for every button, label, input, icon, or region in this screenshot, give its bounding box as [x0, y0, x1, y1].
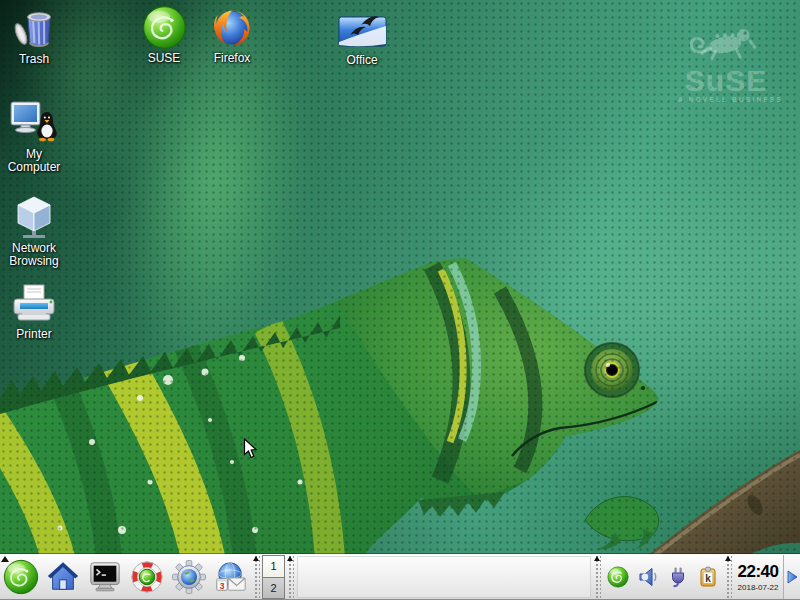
printer-icon [10, 282, 58, 326]
desktop-icon-label: Printer [16, 328, 51, 341]
svg-text:k: k [705, 573, 711, 584]
desktop-icon-suse[interactable]: SUSE [138, 5, 190, 65]
suse-watermark: SuSE A NOVELL BUSINESS [678, 16, 774, 103]
tray-kpowersave[interactable] [665, 564, 691, 590]
desktop-icon-my-computer[interactable]: My Computer [4, 98, 64, 175]
pager-desktop-1[interactable]: 1 [262, 555, 285, 577]
power-plug-icon [667, 566, 689, 588]
taskbar-handle[interactable] [287, 556, 294, 598]
kicker-panel: 3 1 2 [0, 554, 800, 600]
mail-globe-calendar-icon: 3 [214, 560, 248, 594]
speaker-icon [637, 566, 659, 588]
clipboard-icon: k [697, 566, 719, 588]
tray-klipper[interactable]: k [695, 564, 721, 590]
clock-date: 2018-07-22 [738, 583, 779, 592]
my-computer-tux-icon [9, 98, 59, 146]
taskbar-empty-area [297, 556, 591, 598]
konsole-launcher[interactable] [84, 555, 126, 599]
tray-kmix-volume[interactable] [635, 564, 661, 590]
gear-globe-icon [172, 560, 206, 594]
tray-suse-watcher[interactable] [605, 564, 631, 590]
systray-handle[interactable] [594, 556, 601, 598]
desktop-icon-printer[interactable]: Printer [6, 282, 62, 341]
lifesaver-geeko-icon [130, 560, 164, 594]
system-tray: k [602, 555, 724, 599]
desktop-icon-label: Network Browsing [0, 242, 68, 269]
desktop-icon-label: Firefox [214, 52, 251, 65]
svg-text:3: 3 [220, 581, 225, 591]
firefox-icon [210, 5, 254, 50]
clock-handle[interactable] [725, 556, 732, 598]
kontact-launcher[interactable]: 3 [210, 555, 252, 599]
desktop-icon-trash[interactable]: Trash [8, 5, 60, 66]
trash-icon [12, 5, 56, 51]
openoffice-icon [334, 8, 390, 52]
clock-applet[interactable]: 22:40 2018-07-22 [733, 555, 783, 599]
suse-gecko-logo-icon [681, 16, 771, 64]
desktop-pager: 1 2 [262, 555, 285, 599]
watermark-tagline: A NOVELL BUSINESS [678, 96, 774, 103]
hide-arrow-icon [787, 570, 798, 584]
desktop-icon-network-browsing[interactable]: Network Browsing [0, 192, 68, 269]
panel-hide-button[interactable] [783, 555, 800, 599]
watermark-brand: SuSE [678, 68, 774, 94]
pager-desktop-2[interactable]: 2 [262, 577, 285, 600]
konqueror-launcher[interactable] [168, 555, 210, 599]
desktop-icon-label: Office [346, 54, 377, 67]
desktop-icon-label: SUSE [148, 52, 181, 65]
suse-geeko-orb-icon [3, 559, 39, 595]
suse-geeko-icon [142, 5, 187, 50]
suse-geeko-orb-icon [607, 566, 629, 588]
terminal-icon [88, 560, 122, 594]
network-cube-icon [10, 192, 58, 240]
home-launcher[interactable] [42, 555, 84, 599]
desktop-icon-office[interactable]: Office [330, 8, 394, 67]
suse-help-launcher[interactable] [126, 555, 168, 599]
panel-edge-arrow-icon [1, 556, 9, 562]
clock-time: 22:40 [738, 563, 779, 581]
desktop-icon-firefox[interactable]: Firefox [205, 5, 259, 65]
home-house-icon [46, 560, 80, 594]
desktop-icon-label: Trash [19, 53, 49, 66]
desktop-icon-label: My Computer [4, 148, 64, 175]
pager-handle[interactable] [253, 556, 260, 598]
mouse-cursor [243, 438, 258, 460]
